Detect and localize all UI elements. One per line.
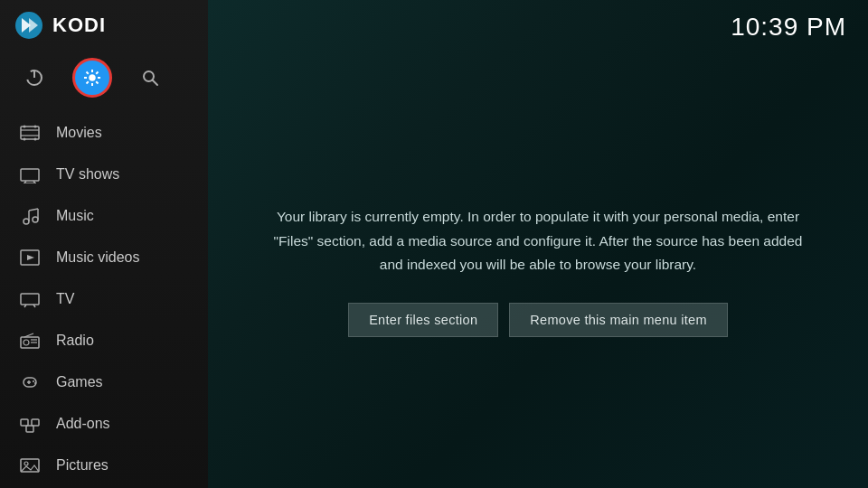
svg-point-37: [33, 380, 34, 382]
svg-point-38: [34, 382, 36, 384]
music-icon: [18, 204, 42, 228]
movies-label: Movies: [56, 125, 102, 141]
addons-label: Add-ons: [56, 416, 110, 432]
sidebar-item-games[interactable]: Games: [0, 361, 208, 403]
action-buttons: Enter files section Remove this main men…: [348, 303, 728, 337]
sidebar-item-pictures[interactable]: Pictures: [0, 445, 208, 486]
games-icon: [18, 371, 42, 394]
sidebar-item-tv[interactable]: TV: [0, 278, 208, 320]
movies-icon: [18, 121, 42, 145]
tvshows-label: TV shows: [56, 166, 119, 183]
svg-point-11: [24, 138, 26, 141]
svg-point-30: [24, 340, 29, 345]
sidebar-item-tvshows[interactable]: TV shows: [0, 154, 208, 195]
svg-point-19: [24, 219, 29, 224]
svg-point-10: [34, 126, 37, 128]
power-icon: [24, 68, 44, 88]
tvshows-icon: [18, 163, 42, 186]
library-empty-message: Your library is currently empty. In orde…: [262, 205, 814, 277]
settings-icon: [82, 68, 102, 88]
radio-icon: [18, 329, 42, 352]
top-bar: 10:39 PM: [208, 0, 868, 54]
clock-display: 10:39 PM: [731, 13, 846, 42]
main-content: 10:39 PM Your library is currently empty…: [208, 0, 868, 488]
search-button[interactable]: [130, 58, 170, 98]
svg-line-23: [29, 209, 38, 211]
content-area: Your library is currently empty. In orde…: [208, 54, 868, 488]
sidebar-item-addons[interactable]: Add-ons: [0, 403, 208, 445]
radio-label: Radio: [56, 333, 94, 349]
kodi-logo-icon: [14, 11, 43, 40]
svg-rect-15: [21, 169, 39, 181]
sidebar-item-radio[interactable]: Radio: [0, 320, 208, 361]
sidebar-icon-bar: [0, 51, 208, 112]
search-icon: [140, 68, 160, 88]
svg-rect-8: [21, 127, 39, 139]
music-label: Music: [56, 208, 94, 224]
sidebar-item-movies[interactable]: Movies: [0, 112, 208, 154]
sidebar-header: KODI: [0, 0, 208, 51]
svg-point-5: [90, 75, 96, 81]
svg-rect-39: [21, 419, 28, 426]
remove-menu-item-button[interactable]: Remove this main menu item: [509, 303, 728, 337]
settings-button[interactable]: [72, 58, 112, 98]
games-label: Games: [56, 374, 103, 390]
musicvideos-label: Music videos: [56, 249, 139, 266]
svg-point-20: [33, 217, 38, 222]
tv-icon: [18, 287, 42, 311]
svg-point-12: [34, 138, 37, 141]
svg-line-7: [153, 80, 158, 86]
sidebar-item-music[interactable]: Music: [0, 195, 208, 237]
svg-rect-41: [26, 426, 33, 432]
svg-rect-26: [21, 294, 39, 305]
enter-files-button[interactable]: Enter files section: [348, 303, 498, 337]
svg-marker-25: [27, 255, 34, 260]
musicvideos-icon: [18, 246, 42, 269]
tv-label: TV: [56, 291, 74, 307]
app-title: KODI: [52, 14, 106, 37]
svg-rect-40: [32, 419, 39, 426]
svg-point-9: [24, 126, 26, 128]
sidebar-item-musicvideos[interactable]: Music videos: [0, 237, 208, 278]
pictures-label: Pictures: [56, 457, 108, 474]
addons-icon: [18, 412, 42, 436]
svg-point-43: [24, 462, 28, 465]
power-button[interactable]: [14, 58, 54, 98]
pictures-icon: [18, 454, 42, 477]
sidebar-nav: Movies TV shows Music Music videos: [0, 112, 208, 488]
sidebar: KODI: [0, 0, 208, 488]
